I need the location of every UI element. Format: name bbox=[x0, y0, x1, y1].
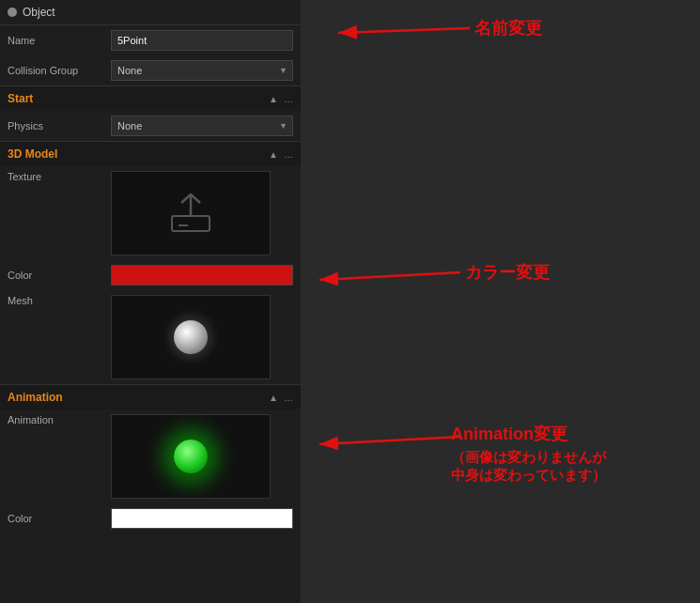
color-swatch[interactable] bbox=[111, 265, 293, 286]
physics-label: Physics bbox=[8, 120, 111, 131]
collision-group-label: Collision Group bbox=[8, 65, 111, 76]
mesh-sphere bbox=[163, 309, 219, 365]
collision-group-row: Collision Group None ▼ bbox=[0, 55, 301, 85]
model-section-controls: ▲ … bbox=[269, 149, 293, 160]
svg-rect-0 bbox=[172, 216, 210, 231]
color-field-row: Color bbox=[0, 260, 301, 290]
animation-section-controls: ▲ … bbox=[269, 393, 293, 403]
animation-label: Animation bbox=[8, 414, 111, 425]
object-header: Object bbox=[0, 0, 301, 25]
mesh-sphere-shape bbox=[174, 320, 208, 354]
mesh-field-row: Mesh bbox=[0, 290, 301, 384]
start-collapse-icon[interactable]: ▲ bbox=[269, 94, 278, 104]
animation-color-swatch[interactable] bbox=[111, 508, 293, 529]
animation-section-title: Animation bbox=[8, 391, 269, 404]
animation-section-header: Animation ▲ … bbox=[0, 384, 301, 410]
texture-label: Texture bbox=[8, 171, 111, 182]
animation-menu-icon[interactable]: … bbox=[284, 393, 293, 403]
start-section-title: Start bbox=[8, 92, 269, 105]
name-field-row: Name bbox=[0, 25, 301, 55]
name-change-label: 名前変更 bbox=[474, 17, 542, 39]
physics-field-row: Physics None ▼ bbox=[0, 111, 301, 141]
collision-group-select-wrapper: None ▼ bbox=[111, 60, 293, 81]
annotations-overlay: 名前変更 カラー変更 Animation変更 （画像は変わりませんが 中身は変わ… bbox=[301, 0, 700, 603]
color-label: Color bbox=[8, 270, 111, 281]
mesh-preview-area[interactable] bbox=[111, 295, 271, 379]
start-section-header: Start ▲ … bbox=[0, 85, 301, 111]
model-collapse-icon[interactable]: ▲ bbox=[269, 149, 278, 160]
properties-panel: Object Name Collision Group None ▼ Start… bbox=[0, 0, 301, 603]
physics-select[interactable]: None bbox=[111, 116, 293, 136]
color-change-arrow bbox=[301, 244, 700, 319]
model-menu-icon[interactable]: … bbox=[284, 149, 293, 160]
texture-upload-area[interactable] bbox=[111, 171, 271, 255]
name-change-arrow bbox=[301, 0, 700, 94]
animation-preview-area[interactable] bbox=[111, 414, 271, 499]
object-title: Object bbox=[23, 6, 55, 19]
upload-icon bbox=[167, 190, 214, 237]
start-menu-icon[interactable]: … bbox=[284, 94, 293, 104]
mesh-label: Mesh bbox=[8, 295, 111, 306]
animation-sphere bbox=[163, 428, 219, 485]
start-section-controls: ▲ … bbox=[269, 94, 293, 104]
color-change-label: カラー変更 bbox=[465, 261, 550, 284]
collision-group-select[interactable]: None bbox=[111, 60, 293, 81]
model-section-header: 3D Model ▲ … bbox=[0, 141, 301, 166]
model-section-title: 3D Model bbox=[8, 147, 269, 161]
animation-color-field-row: Color bbox=[0, 503, 301, 533]
object-dot-icon bbox=[8, 8, 17, 17]
animation-field-row: Animation bbox=[0, 410, 301, 503]
animation-collapse-icon[interactable]: ▲ bbox=[269, 393, 278, 403]
physics-select-wrapper: None ▼ bbox=[111, 116, 293, 136]
name-label: Name bbox=[8, 35, 111, 46]
animation-change-arrow bbox=[301, 409, 700, 484]
texture-field-row: Texture bbox=[0, 166, 301, 260]
animation-change-label: Animation変更 （画像は変わりませんが 中身は変わっています） bbox=[451, 423, 606, 485]
name-input[interactable] bbox=[111, 30, 293, 51]
animation-color-label: Color bbox=[8, 513, 111, 524]
animation-sphere-shape bbox=[174, 440, 208, 473]
